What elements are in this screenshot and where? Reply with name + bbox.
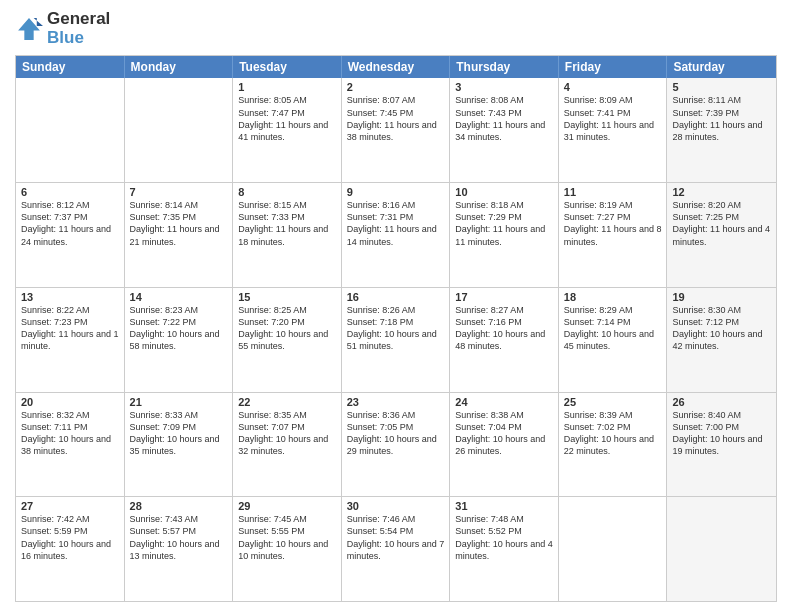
cell-info: Sunrise: 8:15 AM Sunset: 7:33 PM Dayligh…: [238, 199, 336, 248]
day-number: 3: [455, 81, 553, 93]
cell-info: Sunrise: 8:07 AM Sunset: 7:45 PM Dayligh…: [347, 94, 445, 143]
calendar-cell: 15Sunrise: 8:25 AM Sunset: 7:20 PM Dayli…: [233, 288, 342, 392]
cell-info: Sunrise: 8:22 AM Sunset: 7:23 PM Dayligh…: [21, 304, 119, 353]
cell-info: Sunrise: 8:27 AM Sunset: 7:16 PM Dayligh…: [455, 304, 553, 353]
calendar-cell: 28Sunrise: 7:43 AM Sunset: 5:57 PM Dayli…: [125, 497, 234, 601]
day-number: 18: [564, 291, 662, 303]
cell-info: Sunrise: 8:30 AM Sunset: 7:12 PM Dayligh…: [672, 304, 771, 353]
calendar-cell: 12Sunrise: 8:20 AM Sunset: 7:25 PM Dayli…: [667, 183, 776, 287]
calendar-cell: 1Sunrise: 8:05 AM Sunset: 7:47 PM Daylig…: [233, 78, 342, 182]
calendar-week-row: 6Sunrise: 8:12 AM Sunset: 7:37 PM Daylig…: [16, 183, 776, 288]
calendar-week-row: 1Sunrise: 8:05 AM Sunset: 7:47 PM Daylig…: [16, 78, 776, 183]
logo: General Blue: [15, 10, 110, 47]
calendar-cell: 6Sunrise: 8:12 AM Sunset: 7:37 PM Daylig…: [16, 183, 125, 287]
weekday-header: Saturday: [667, 56, 776, 78]
calendar-cell: 24Sunrise: 8:38 AM Sunset: 7:04 PM Dayli…: [450, 393, 559, 497]
calendar-cell: 20Sunrise: 8:32 AM Sunset: 7:11 PM Dayli…: [16, 393, 125, 497]
logo-icon: [15, 15, 43, 43]
calendar-cell: 14Sunrise: 8:23 AM Sunset: 7:22 PM Dayli…: [125, 288, 234, 392]
day-number: 20: [21, 396, 119, 408]
calendar-cell: 18Sunrise: 8:29 AM Sunset: 7:14 PM Dayli…: [559, 288, 668, 392]
calendar-cell: 13Sunrise: 8:22 AM Sunset: 7:23 PM Dayli…: [16, 288, 125, 392]
day-number: 23: [347, 396, 445, 408]
cell-info: Sunrise: 8:35 AM Sunset: 7:07 PM Dayligh…: [238, 409, 336, 458]
calendar-cell: [125, 78, 234, 182]
page: General Blue SundayMondayTuesdayWednesda…: [0, 0, 792, 612]
day-number: 2: [347, 81, 445, 93]
calendar-cell: 21Sunrise: 8:33 AM Sunset: 7:09 PM Dayli…: [125, 393, 234, 497]
cell-info: Sunrise: 8:36 AM Sunset: 7:05 PM Dayligh…: [347, 409, 445, 458]
calendar-cell: 11Sunrise: 8:19 AM Sunset: 7:27 PM Dayli…: [559, 183, 668, 287]
weekday-header: Sunday: [16, 56, 125, 78]
weekday-header: Wednesday: [342, 56, 451, 78]
day-number: 28: [130, 500, 228, 512]
calendar-cell: 4Sunrise: 8:09 AM Sunset: 7:41 PM Daylig…: [559, 78, 668, 182]
logo-text: General Blue: [47, 10, 110, 47]
calendar-week-row: 20Sunrise: 8:32 AM Sunset: 7:11 PM Dayli…: [16, 393, 776, 498]
cell-info: Sunrise: 8:09 AM Sunset: 7:41 PM Dayligh…: [564, 94, 662, 143]
day-number: 30: [347, 500, 445, 512]
cell-info: Sunrise: 8:14 AM Sunset: 7:35 PM Dayligh…: [130, 199, 228, 248]
cell-info: Sunrise: 7:46 AM Sunset: 5:54 PM Dayligh…: [347, 513, 445, 562]
cell-info: Sunrise: 7:43 AM Sunset: 5:57 PM Dayligh…: [130, 513, 228, 562]
cell-info: Sunrise: 8:12 AM Sunset: 7:37 PM Dayligh…: [21, 199, 119, 248]
day-number: 11: [564, 186, 662, 198]
day-number: 24: [455, 396, 553, 408]
calendar-week-row: 13Sunrise: 8:22 AM Sunset: 7:23 PM Dayli…: [16, 288, 776, 393]
cell-info: Sunrise: 8:11 AM Sunset: 7:39 PM Dayligh…: [672, 94, 771, 143]
cell-info: Sunrise: 8:26 AM Sunset: 7:18 PM Dayligh…: [347, 304, 445, 353]
calendar-cell: 16Sunrise: 8:26 AM Sunset: 7:18 PM Dayli…: [342, 288, 451, 392]
day-number: 12: [672, 186, 771, 198]
cell-info: Sunrise: 8:16 AM Sunset: 7:31 PM Dayligh…: [347, 199, 445, 248]
day-number: 1: [238, 81, 336, 93]
cell-info: Sunrise: 8:29 AM Sunset: 7:14 PM Dayligh…: [564, 304, 662, 353]
day-number: 4: [564, 81, 662, 93]
cell-info: Sunrise: 7:48 AM Sunset: 5:52 PM Dayligh…: [455, 513, 553, 562]
cell-info: Sunrise: 8:05 AM Sunset: 7:47 PM Dayligh…: [238, 94, 336, 143]
calendar-cell: 25Sunrise: 8:39 AM Sunset: 7:02 PM Dayli…: [559, 393, 668, 497]
day-number: 6: [21, 186, 119, 198]
day-number: 17: [455, 291, 553, 303]
calendar-cell: 9Sunrise: 8:16 AM Sunset: 7:31 PM Daylig…: [342, 183, 451, 287]
calendar-cell: 17Sunrise: 8:27 AM Sunset: 7:16 PM Dayli…: [450, 288, 559, 392]
calendar-cell: 22Sunrise: 8:35 AM Sunset: 7:07 PM Dayli…: [233, 393, 342, 497]
calendar-cell: 31Sunrise: 7:48 AM Sunset: 5:52 PM Dayli…: [450, 497, 559, 601]
cell-info: Sunrise: 8:32 AM Sunset: 7:11 PM Dayligh…: [21, 409, 119, 458]
day-number: 22: [238, 396, 336, 408]
cell-info: Sunrise: 8:38 AM Sunset: 7:04 PM Dayligh…: [455, 409, 553, 458]
calendar-cell: 27Sunrise: 7:42 AM Sunset: 5:59 PM Dayli…: [16, 497, 125, 601]
day-number: 31: [455, 500, 553, 512]
day-number: 5: [672, 81, 771, 93]
calendar-cell: 23Sunrise: 8:36 AM Sunset: 7:05 PM Dayli…: [342, 393, 451, 497]
day-number: 19: [672, 291, 771, 303]
cell-info: Sunrise: 8:08 AM Sunset: 7:43 PM Dayligh…: [455, 94, 553, 143]
header: General Blue: [15, 10, 777, 47]
weekday-header: Tuesday: [233, 56, 342, 78]
cell-info: Sunrise: 7:45 AM Sunset: 5:55 PM Dayligh…: [238, 513, 336, 562]
calendar-cell: [559, 497, 668, 601]
calendar-header: SundayMondayTuesdayWednesdayThursdayFrid…: [16, 56, 776, 78]
cell-info: Sunrise: 8:19 AM Sunset: 7:27 PM Dayligh…: [564, 199, 662, 248]
day-number: 9: [347, 186, 445, 198]
cell-info: Sunrise: 8:20 AM Sunset: 7:25 PM Dayligh…: [672, 199, 771, 248]
calendar-cell: 2Sunrise: 8:07 AM Sunset: 7:45 PM Daylig…: [342, 78, 451, 182]
day-number: 13: [21, 291, 119, 303]
day-number: 16: [347, 291, 445, 303]
weekday-header: Monday: [125, 56, 234, 78]
svg-marker-1: [34, 18, 43, 26]
cell-info: Sunrise: 8:39 AM Sunset: 7:02 PM Dayligh…: [564, 409, 662, 458]
calendar-cell: 3Sunrise: 8:08 AM Sunset: 7:43 PM Daylig…: [450, 78, 559, 182]
day-number: 21: [130, 396, 228, 408]
cell-info: Sunrise: 8:33 AM Sunset: 7:09 PM Dayligh…: [130, 409, 228, 458]
cell-info: Sunrise: 7:42 AM Sunset: 5:59 PM Dayligh…: [21, 513, 119, 562]
day-number: 14: [130, 291, 228, 303]
calendar-cell: 7Sunrise: 8:14 AM Sunset: 7:35 PM Daylig…: [125, 183, 234, 287]
calendar-cell: 10Sunrise: 8:18 AM Sunset: 7:29 PM Dayli…: [450, 183, 559, 287]
cell-info: Sunrise: 8:23 AM Sunset: 7:22 PM Dayligh…: [130, 304, 228, 353]
calendar-cell: [667, 497, 776, 601]
day-number: 26: [672, 396, 771, 408]
calendar: SundayMondayTuesdayWednesdayThursdayFrid…: [15, 55, 777, 602]
svg-marker-0: [18, 18, 40, 40]
calendar-cell: 8Sunrise: 8:15 AM Sunset: 7:33 PM Daylig…: [233, 183, 342, 287]
calendar-cell: 30Sunrise: 7:46 AM Sunset: 5:54 PM Dayli…: [342, 497, 451, 601]
